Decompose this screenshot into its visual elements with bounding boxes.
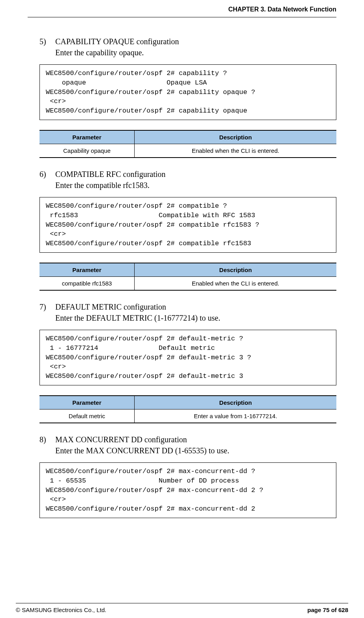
- page-container: CHAPTER 3. Data Network Function 5) CAPA…: [0, 0, 364, 618]
- section-6-table: Parameter Description compatible rfc1583…: [39, 263, 336, 291]
- item-title: COMPATIBLE RFC configuration: [55, 170, 165, 179]
- th-description: Description: [135, 396, 336, 409]
- table-header-row: Parameter Description: [39, 130, 336, 144]
- section-8-heading: 8) MAX CONCURRENT DD configuration: [39, 435, 336, 444]
- item-title: MAX CONCURRENT DD configuration: [55, 435, 187, 444]
- section-5-code: WEC8500/configure/router/ospf 2# capabil…: [39, 64, 336, 120]
- item-number: 7): [39, 302, 55, 312]
- item-number: 8): [39, 435, 55, 444]
- td-description: Enabled when the CLI is entered.: [135, 144, 336, 158]
- td-parameter: compatible rfc1583: [39, 276, 135, 290]
- td-description: Enter a value from 1-16777214.: [135, 409, 336, 423]
- table-row: compatible rfc1583 Enabled when the CLI …: [39, 276, 336, 290]
- footer-page-number: page 75 of 628: [308, 607, 348, 613]
- th-parameter: Parameter: [39, 263, 135, 277]
- section-6-desc: Enter the compatible rfc1583.: [55, 181, 336, 190]
- td-description: Enabled when the CLI is entered.: [135, 276, 336, 290]
- page-content: 5) CAPABILITY OPAQUE configuration Enter…: [28, 37, 336, 518]
- page-footer: © SAMSUNG Electronics Co., Ltd. page 75 …: [16, 603, 348, 613]
- section-7-table: Parameter Description Default metric Ent…: [39, 395, 336, 423]
- item-title: CAPABILITY OPAQUE configuration: [55, 37, 179, 46]
- section-6-code: WEC8500/configure/router/ospf 2# compati…: [39, 197, 336, 253]
- chapter-title: CHAPTER 3. Data Network Function: [228, 6, 336, 13]
- th-parameter: Parameter: [39, 130, 135, 144]
- section-5-heading: 5) CAPABILITY OPAQUE configuration: [39, 37, 336, 46]
- section-7-code: WEC8500/configure/router/ospf 2# default…: [39, 330, 336, 385]
- table-row: Capability opaque Enabled when the CLI i…: [39, 144, 336, 158]
- footer-copyright: © SAMSUNG Electronics Co., Ltd.: [16, 607, 106, 613]
- table-header-row: Parameter Description: [39, 396, 336, 409]
- item-number: 6): [39, 170, 55, 179]
- td-parameter: Default metric: [39, 409, 135, 423]
- section-8-code: WEC8500/configure/router/ospf 2# max-con…: [39, 462, 336, 518]
- table-row: Default metric Enter a value from 1-1677…: [39, 409, 336, 423]
- section-7-heading: 7) DEFAULT METRIC configuration: [39, 302, 336, 312]
- th-description: Description: [135, 263, 336, 277]
- page-header: CHAPTER 3. Data Network Function: [28, 0, 336, 17]
- item-number: 5): [39, 37, 55, 46]
- section-8-desc: Enter the MAX CONCURRENT DD (1-65535) to…: [55, 446, 336, 455]
- td-parameter: Capability opaque: [39, 144, 135, 158]
- item-title: DEFAULT METRIC configuration: [55, 302, 166, 312]
- section-5-desc: Enter the capability opaque.: [55, 48, 336, 57]
- th-description: Description: [135, 130, 336, 144]
- section-7-desc: Enter the DEFAULT METRIC (1-16777214) to…: [55, 314, 336, 323]
- table-header-row: Parameter Description: [39, 263, 336, 277]
- section-5-table: Parameter Description Capability opaque …: [39, 130, 336, 158]
- th-parameter: Parameter: [39, 396, 135, 409]
- section-6-heading: 6) COMPATIBLE RFC configuration: [39, 170, 336, 179]
